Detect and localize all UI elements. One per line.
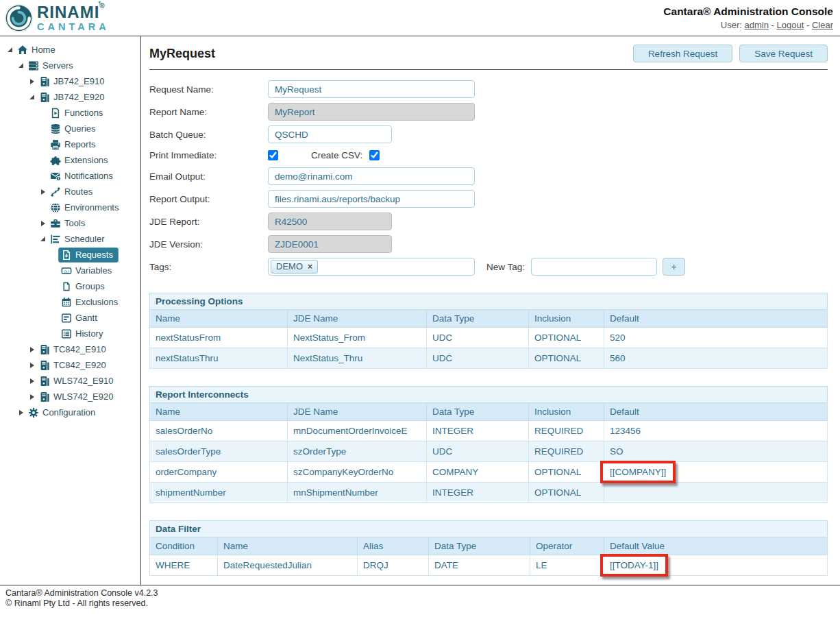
app-title: Cantara® Administration Console	[663, 5, 833, 18]
tree-expand-arrow[interactable]	[27, 378, 36, 384]
tag-chip: DEMO ×	[271, 260, 318, 274]
tree-item-label: Requests	[75, 250, 113, 260]
sidebar-item-tc842-e910[interactable]: TC842_E910	[0, 341, 140, 357]
email-output-input[interactable]	[268, 167, 475, 185]
table-row[interactable]: orderCompanyszCompanyKeyOrderNoCOMPANYOP…	[150, 462, 828, 483]
tree-item-label: Notifications	[64, 171, 113, 181]
user-label: User:	[721, 20, 742, 30]
column-header: Data Type	[427, 403, 529, 421]
new-tag-input[interactable]	[531, 258, 657, 276]
tree-expand-arrow[interactable]	[27, 347, 36, 352]
create-csv-checkbox[interactable]	[369, 150, 380, 160]
sidebar-item-groups[interactable]: Groups	[0, 278, 140, 294]
jde-report-label: JDE Report:	[149, 217, 268, 227]
tables-section: Processing OptionsNameJDE NameData TypeI…	[149, 293, 828, 576]
table-cell: INTEGER	[427, 421, 529, 441]
user-link[interactable]: admin	[745, 20, 769, 30]
sidebar-item-exclusions[interactable]: Exclusions	[0, 294, 140, 310]
sidebar-item-history[interactable]: History	[0, 326, 140, 341]
table-row[interactable]: salesOrderTypeszOrderTypeUDCREQUIREDSO	[150, 441, 828, 462]
sidebar-item-routes[interactable]: Routes	[0, 184, 140, 199]
jde-version-label: JDE Version:	[149, 239, 268, 250]
server-icon	[39, 92, 50, 103]
add-tag-button[interactable]: +	[663, 258, 685, 276]
sidebar-item-tools[interactable]: Tools	[0, 215, 140, 231]
report-name-label: Report Name:	[149, 107, 268, 117]
sidebar-item-tc842-e920[interactable]: TC842_E920	[0, 357, 140, 373]
sidebar-item-wls742-e910[interactable]: WLS742_E910	[0, 373, 140, 389]
sidebar-item-jb742-e910[interactable]: JB742_E910	[0, 73, 140, 89]
form-row-batch-queue: Batch Queue:	[149, 125, 828, 143]
remove-tag-icon[interactable]: ×	[308, 262, 312, 271]
title-divider	[149, 69, 828, 70]
tree-expand-arrow[interactable]	[27, 363, 36, 368]
separator: -	[771, 20, 774, 30]
extensions-icon	[50, 155, 61, 166]
sidebar-item-gantt[interactable]: Gantt	[0, 310, 140, 326]
sidebar-item-requests[interactable]: Requests	[0, 247, 140, 263]
tree-expand-arrow[interactable]	[27, 394, 36, 400]
table-cell: salesOrderType	[150, 441, 288, 462]
tree-expand-arrow[interactable]	[27, 95, 36, 99]
sidebar-item-extensions[interactable]: Extensions	[0, 152, 140, 168]
sidebar-item-reports[interactable]: Reports	[0, 136, 140, 152]
sidebar-item-home[interactable]: Home	[0, 42, 140, 58]
table-cell: szCompanyKeyOrderNo	[288, 462, 427, 483]
request-name-input[interactable]	[268, 80, 475, 98]
table-row[interactable]: salesOrderNomnDocumentOrderInvoiceEINTEG…	[150, 421, 828, 441]
sidebar-item-notifications[interactable]: Notifications	[0, 168, 140, 184]
table-cell: UDC	[427, 328, 529, 348]
rinami-logo-icon	[4, 3, 34, 33]
report-output-input[interactable]	[268, 190, 475, 208]
tree-item-label: TC842_E910	[53, 344, 106, 354]
tree-expand-arrow[interactable]	[16, 410, 25, 415]
sidebar-item-variables[interactable]: (x)Variables	[0, 263, 140, 278]
clear-link[interactable]: Clear	[812, 20, 833, 30]
tree-expand-arrow[interactable]	[27, 79, 36, 84]
save-request-button[interactable]: Save Request	[739, 45, 828, 62]
tree-expand-arrow[interactable]	[5, 47, 14, 52]
form-row-request-name: Request Name:	[149, 80, 828, 98]
tree-item-label: Queries	[64, 123, 96, 134]
server-icon	[39, 76, 50, 87]
refresh-request-button[interactable]: Refresh Request	[633, 45, 732, 62]
tree-item-label: Configuration	[42, 407, 95, 418]
tree-item-label: Scheduler	[64, 234, 105, 244]
tree-expand-arrow[interactable]	[38, 189, 47, 195]
batch-queue-input[interactable]	[268, 125, 392, 143]
table-processing-options: Processing OptionsNameJDE NameData TypeI…	[149, 293, 828, 369]
sidebar-item-scheduler[interactable]: Scheduler	[0, 231, 140, 247]
main-panel: MyRequest Refresh Request Save Request R…	[141, 36, 840, 585]
sidebar-item-configuration[interactable]: Configuration	[0, 404, 140, 420]
environments-icon	[50, 202, 61, 213]
print-immediate-checkbox[interactable]	[268, 150, 278, 160]
table-header-row: NameJDE NameData TypeInclusionDefault	[150, 403, 828, 421]
table-data-filter: Data FilterConditionNameAliasData TypeOp…	[149, 520, 828, 576]
tree-item-label: Exclusions	[75, 297, 118, 307]
sidebar-item-environments[interactable]: Environments	[0, 199, 140, 215]
sidebar-item-wls742-e920[interactable]: WLS742_E920	[0, 389, 140, 404]
tree-expand-arrow[interactable]	[16, 63, 25, 68]
sidebar-item-servers[interactable]: Servers	[0, 58, 140, 73]
tree-expand-arrow[interactable]	[38, 221, 47, 226]
table-row[interactable]: nextStatusFromNextStatus_FromUDCOPTIONAL…	[150, 328, 828, 348]
tree-item-label: WLS742_E920	[53, 391, 113, 402]
home-icon	[17, 45, 28, 56]
logout-link[interactable]: Logout	[777, 20, 804, 30]
table-cell: UDC	[427, 348, 529, 369]
table-row[interactable]: shipmentNumbermnShipmentNumberINTEGEROPT…	[150, 483, 828, 503]
sidebar-item-functions[interactable]: Functions	[0, 105, 140, 121]
sidebar-item-jb742-e920[interactable]: JB742_E920	[0, 89, 140, 105]
server-icon	[39, 360, 50, 371]
tree-item-label: Functions	[64, 108, 103, 118]
tags-input[interactable]: DEMO ×	[268, 258, 475, 276]
tree-expand-arrow[interactable]	[38, 237, 47, 241]
column-header: Inclusion	[529, 403, 604, 421]
navigation-tree: HomeServersJB742_E910JB742_E920Functions…	[0, 42, 140, 420]
form-row-jde-version: JDE Version:	[149, 235, 828, 253]
tree-item-label: History	[75, 328, 103, 339]
sidebar-item-queries[interactable]: Queries	[0, 121, 140, 136]
table-row[interactable]: nextStatusThruNextStatus_ThruUDCOPTIONAL…	[150, 348, 828, 369]
tags-label: Tags:	[149, 262, 268, 272]
table-row[interactable]: WHEREDateRequestedJulianDRQJDATELE[[TODA…	[150, 555, 828, 576]
